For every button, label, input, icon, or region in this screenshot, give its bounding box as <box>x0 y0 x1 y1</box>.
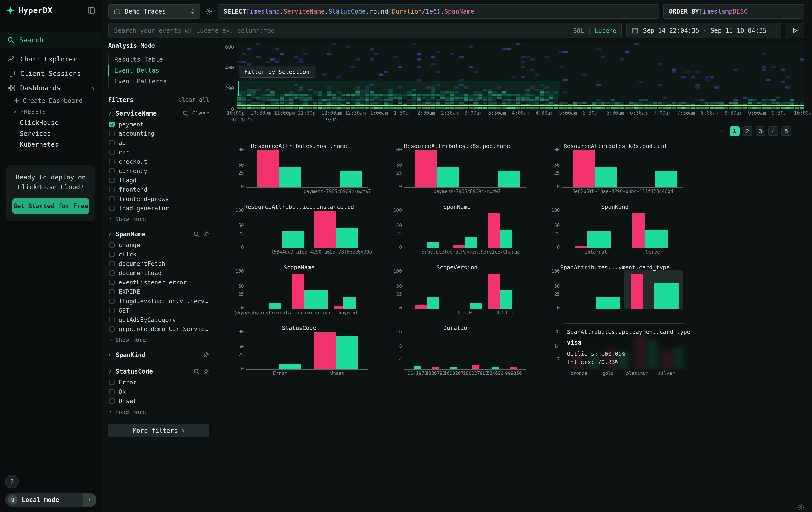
checkbox[interactable] <box>109 399 114 404</box>
filter-option-expire[interactable]: EXPIRE <box>108 287 209 296</box>
mini-chart-scope-version[interactable]: ScopeVersion100502500.1.00.51.1 <box>388 263 526 319</box>
page-button-3[interactable]: 3 <box>756 127 765 136</box>
filter-option-payment[interactable]: payment <box>108 119 209 129</box>
mini-chart-span-kind[interactable]: SpanKind10050250InternalServer <box>546 203 684 258</box>
filter-option-getadsbycategory[interactable]: getAdsByCategory <box>108 315 209 324</box>
mini-chart-k8s-pod-uid[interactable]: ResourceAttributes.k8s.pod.uid100502505e… <box>546 142 684 197</box>
checkbox-checked[interactable] <box>109 122 114 127</box>
help-button[interactable]: ? <box>5 475 19 488</box>
checkbox[interactable] <box>109 389 114 394</box>
preset-dashboard-kubernetes[interactable]: Kubernetes <box>0 139 102 150</box>
sql-toggle[interactable]: SQL <box>573 27 584 34</box>
page-prev-button[interactable]: ‹ <box>717 127 726 136</box>
filter-by-selection-button[interactable]: Filter by Selection <box>239 66 315 78</box>
sidebar-item-dashboards[interactable]: Dashboards∧ <box>0 81 102 95</box>
mini-chart-span-name[interactable]: SpanName10050250grpc.oteldemo.PaymentSer… <box>388 203 526 258</box>
order-by-editor[interactable]: ORDER BY Timestamp DESC <box>663 4 804 19</box>
page-button-4[interactable]: 4 <box>768 127 778 136</box>
filter-option-eventlistener-error[interactable]: eventListener.error <box>108 277 209 287</box>
show-more-link[interactable]: ›Show more <box>108 214 209 224</box>
filter-option-flagd[interactable]: flagd <box>108 176 209 185</box>
filter-option-frontend[interactable]: frontend <box>108 185 209 194</box>
mini-chart-scope-name[interactable]: ScopeName10050250@hyperdx/instrumentatio… <box>230 263 368 319</box>
filter-option-documentload[interactable]: documentLoad <box>108 268 209 277</box>
get-started-button[interactable]: Get Started for Free <box>12 198 89 214</box>
checkbox[interactable] <box>109 187 114 192</box>
checkbox[interactable] <box>109 308 114 313</box>
checkbox[interactable] <box>109 140 114 145</box>
filter-option-unset[interactable]: Unset <box>108 397 209 406</box>
filter-option-cart[interactable]: cart <box>108 147 209 157</box>
filter-option-ok[interactable]: Ok <box>108 387 209 397</box>
filter-option-click[interactable]: click <box>108 250 209 259</box>
pin-icon[interactable] <box>203 369 209 375</box>
checkbox[interactable] <box>109 380 114 385</box>
show-more-link[interactable]: ›Show more <box>108 335 209 345</box>
page-settings-gear-icon[interactable] <box>798 504 805 511</box>
more-filters-button[interactable]: More filters ∨ <box>108 424 209 437</box>
checkbox[interactable] <box>109 131 114 136</box>
checkbox[interactable] <box>109 252 114 257</box>
pin-icon[interactable] <box>203 231 209 237</box>
page-button-2[interactable]: 2 <box>743 127 752 136</box>
checkbox[interactable] <box>109 242 114 247</box>
create-dashboard-button[interactable]: Create Dashboard <box>0 95 102 106</box>
checkbox[interactable] <box>109 168 114 173</box>
preset-dashboard-clickhouse[interactable]: ClickHouse <box>0 117 102 128</box>
filter-option-flagd-evaluation-v1-serv-[interactable]: flagd.evaluation.v1.Serv… <box>108 296 209 306</box>
checkbox[interactable] <box>109 196 114 201</box>
filter-option-ad[interactable]: ad <box>108 138 209 147</box>
preset-dashboard-services[interactable]: Services <box>0 128 102 139</box>
checkbox[interactable] <box>109 261 114 266</box>
checkbox[interactable] <box>109 206 114 211</box>
search-icon[interactable] <box>193 231 200 238</box>
sidebar-item-search[interactable]: Search <box>0 32 102 48</box>
analysis-mode-results-table[interactable]: Results Table <box>108 54 209 65</box>
pin-icon[interactable] <box>203 352 209 358</box>
page-next-button[interactable]: › <box>794 127 804 136</box>
sidebar-collapse-icon[interactable] <box>88 6 95 14</box>
heatmap-canvas[interactable] <box>237 43 804 109</box>
search-input[interactable] <box>114 27 569 34</box>
checkbox[interactable] <box>109 270 114 276</box>
load-more-link[interactable]: ›Load more <box>108 407 209 417</box>
mini-chart-status-code[interactable]: StatusCode10050250ErrorUnset <box>230 324 368 379</box>
filter-option-accounting[interactable]: accounting <box>108 129 209 138</box>
date-range-picker[interactable]: Sep 14 22:04:35 - Sep 15 10:04:35 <box>626 23 782 38</box>
checkbox[interactable] <box>109 298 114 304</box>
filter-option-documentfetch[interactable]: documentFetch <box>108 259 209 268</box>
mini-chart-duration[interactable]: Duration16841141978138679216002672000279… <box>388 324 526 379</box>
lucene-toggle[interactable]: Lucene <box>595 27 616 34</box>
checkbox[interactable] <box>109 326 114 331</box>
filter-option-frontend-proxy[interactable]: frontend-proxy <box>108 194 209 204</box>
run-query-button[interactable] <box>786 23 804 38</box>
filter-option-change[interactable]: change <box>108 240 209 250</box>
filter-option-checkout[interactable]: checkout <box>108 157 209 166</box>
clear-filter-link[interactable]: Clear <box>192 110 209 117</box>
checkbox[interactable] <box>109 178 114 183</box>
events-heatmap[interactable]: 6004002000 Filter by Selection <box>237 43 804 109</box>
checkbox[interactable] <box>109 159 114 164</box>
filter-group-header[interactable]: ›SpanKind <box>108 349 209 361</box>
heatmap-selection-rect[interactable] <box>238 81 559 97</box>
search-icon[interactable] <box>193 368 200 375</box>
presets-section-toggle[interactable]: ∨PRESETS <box>0 106 102 117</box>
page-button-1[interactable]: 1 <box>730 127 740 136</box>
mini-chart-host-name[interactable]: ResourceAttributes.host.name10050250paym… <box>230 142 368 197</box>
filter-option-grpc-oteldemo-cartservic-[interactable]: grpc.oteldemo.CartServic… <box>108 324 209 334</box>
sidebar-item-client-sessions[interactable]: Client Sessions <box>0 66 102 81</box>
mini-chart-service-instance-id[interactable]: ResourceAttribu..ice.instance.id10050250… <box>230 203 368 258</box>
filter-group-header[interactable]: ∨StatusCode <box>108 365 209 378</box>
local-mode-pill[interactable]: U Local mode › <box>5 493 96 507</box>
sql-query-editor[interactable]: SELECT Timestamp, ServiceName, StatusCod… <box>218 4 659 19</box>
filter-option-get[interactable]: GET <box>108 306 209 315</box>
mini-chart-card-type[interactable]: SpanAttributes...yment.card_type10050250 <box>546 263 684 319</box>
filter-option-error[interactable]: Error <box>108 378 209 387</box>
page-button-5[interactable]: 5 <box>781 127 791 136</box>
filter-group-header[interactable]: ∨SpanName <box>108 228 209 240</box>
checkbox[interactable] <box>109 150 114 155</box>
source-settings-gear-icon[interactable] <box>205 7 214 16</box>
checkbox[interactable] <box>109 317 114 322</box>
checkbox[interactable] <box>109 289 114 294</box>
analysis-mode-event-patterns[interactable]: Event Patterns <box>108 76 209 87</box>
